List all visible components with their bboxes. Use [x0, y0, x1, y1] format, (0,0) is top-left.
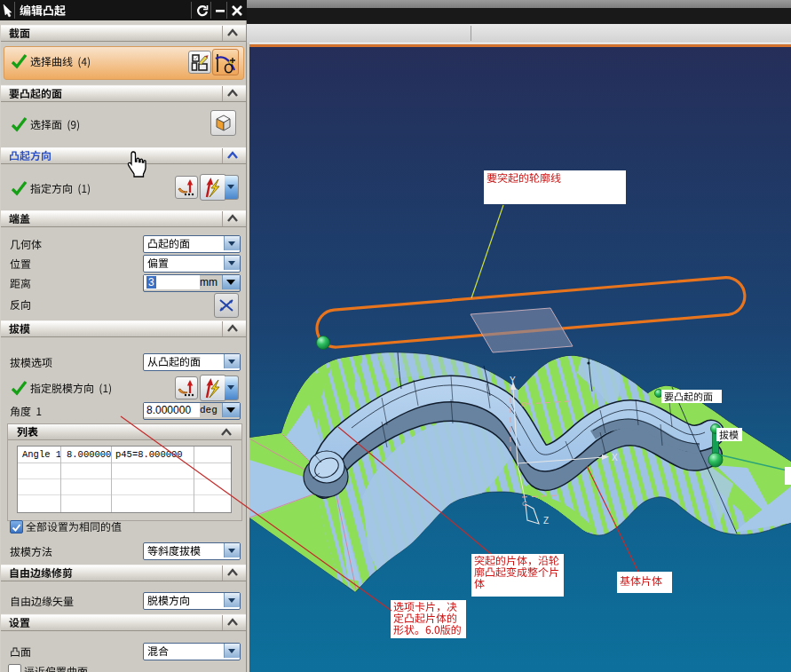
svg-text:C: C: [522, 500, 527, 508]
svg-text:Y: Y: [510, 376, 516, 385]
svg-text:X: X: [612, 453, 618, 462]
svg-text:Z: Z: [543, 516, 549, 526]
svg-text:C: C: [521, 400, 526, 408]
